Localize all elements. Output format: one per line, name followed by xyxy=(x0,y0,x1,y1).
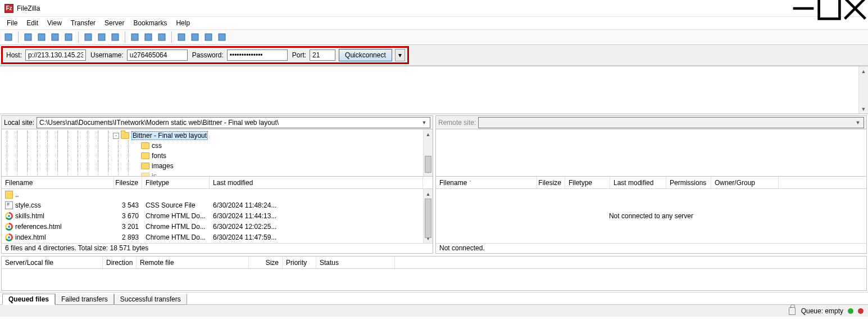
column-header[interactable]: Filetype xyxy=(142,177,210,188)
search-icon[interactable] xyxy=(189,31,201,43)
file-size: 3 670 xyxy=(114,212,142,220)
toggle-queue-icon[interactable] xyxy=(62,31,75,43)
remote-site-label: Remote site: xyxy=(438,119,476,127)
cancel-icon[interactable] xyxy=(109,31,121,43)
window-title: FileZilla xyxy=(17,4,40,12)
tree-item-label: fonts xyxy=(152,152,166,160)
file-row[interactable]: references.html3 201Chrome HTML Do...6/3… xyxy=(2,221,423,232)
column-header[interactable]: Filetype xyxy=(565,177,610,188)
sync-browse-icon[interactable] xyxy=(202,31,215,43)
menu-server[interactable]: Server xyxy=(100,18,129,28)
column-header[interactable]: Direction xyxy=(103,256,137,268)
menu-edit[interactable]: Edit xyxy=(22,18,43,28)
site-manager-icon[interactable] xyxy=(2,31,15,43)
tree-item[interactable]: images xyxy=(2,161,423,171)
tree-item[interactable]: css xyxy=(2,141,423,151)
column-header[interactable]: Server/Local file xyxy=(2,256,103,268)
local-site-bar: Local site: C:\Users\nat\Documents\ITnet… xyxy=(2,116,433,129)
quickconnect-dropdown[interactable]: ▾ xyxy=(395,49,405,61)
filter-icon[interactable] xyxy=(156,31,168,43)
menu-bookmarks[interactable]: Bookmarks xyxy=(129,18,171,28)
menu-transfer[interactable]: Transfer xyxy=(66,18,100,28)
local-list-rows[interactable]: ..style.css3 543CSS Source File6/30/2024… xyxy=(2,189,423,243)
tree-item[interactable]: fonts xyxy=(2,151,423,161)
column-header[interactable]: Remote file xyxy=(137,256,249,268)
browser-panes: Local site: C:\Users\nat\Documents\ITnet… xyxy=(0,114,868,255)
remote-tree[interactable] xyxy=(436,129,866,176)
queue-body[interactable] xyxy=(2,269,866,290)
column-header[interactable]: Size xyxy=(249,256,283,268)
file-row[interactable]: contact.html2 763Chrome HTML Do...6/30/2… xyxy=(2,242,423,243)
username-label: Username: xyxy=(90,51,124,59)
activity-led-red-icon xyxy=(858,308,864,314)
disconnect-icon[interactable] xyxy=(129,31,141,43)
host-input[interactable] xyxy=(25,50,86,61)
maximize-button[interactable] xyxy=(816,0,842,17)
scroll-up-icon[interactable]: ▲ xyxy=(859,66,868,76)
port-input[interactable] xyxy=(310,50,335,61)
column-header[interactable]: Permissions xyxy=(666,177,711,188)
refresh-icon[interactable] xyxy=(82,31,94,43)
quickconnect-button[interactable]: Quickconnect xyxy=(339,49,392,61)
find-icon[interactable] xyxy=(216,31,228,43)
column-header[interactable]: Filesize xyxy=(114,177,142,188)
local-status-line: 6 files and 4 directories. Total size: 1… xyxy=(2,243,433,253)
message-log-content[interactable] xyxy=(0,66,858,114)
tree-item[interactable]: is xyxy=(2,171,423,176)
column-header[interactable]: Filesize xyxy=(537,177,565,188)
column-header[interactable]: Filename xyxy=(2,177,114,188)
menu-bar: FileEditViewTransferServerBookmarksHelp xyxy=(0,17,868,29)
queue-tab[interactable]: Queued files xyxy=(2,294,55,305)
scroll-down-icon[interactable]: ▼ xyxy=(859,104,868,114)
local-panel: Local site: C:\Users\nat\Documents\ITnet… xyxy=(1,115,433,254)
column-header[interactable]: Status xyxy=(316,256,395,268)
column-header[interactable]: Last modified xyxy=(610,177,666,188)
local-tree-scrollbar[interactable]: ▲ ▼ xyxy=(423,129,433,176)
username-input[interactable] xyxy=(127,50,188,61)
svg-rect-5 xyxy=(25,34,31,40)
minimize-button[interactable] xyxy=(790,0,816,17)
column-header[interactable]: Last modified xyxy=(210,177,423,188)
tree-item-label: Bittner - Final web layout xyxy=(131,131,208,140)
folder-icon xyxy=(121,132,129,139)
svg-rect-13 xyxy=(145,34,152,40)
local-tree[interactable]: -Bittner - Final web layoutcssfontsimage… xyxy=(2,129,423,176)
menu-view[interactable]: View xyxy=(43,18,66,28)
column-header-label: Filename xyxy=(5,179,33,187)
toggle-remote-tree-icon[interactable] xyxy=(49,31,61,43)
queue-tab[interactable]: Successful transfers xyxy=(114,294,187,305)
process-queue-icon[interactable] xyxy=(96,31,108,43)
column-header[interactable]: Priority xyxy=(283,256,316,268)
log-scrollbar[interactable]: ▲ ▼ xyxy=(858,66,868,114)
chevron-down-icon[interactable]: ▼ xyxy=(853,120,862,125)
tree-item[interactable]: -Bittner - Final web layout xyxy=(2,130,423,141)
column-header[interactable]: Filename˄ xyxy=(436,177,537,188)
file-type: CSS Source File xyxy=(142,201,210,209)
queue-tab[interactable]: Failed transfers xyxy=(55,294,114,305)
menu-file[interactable]: File xyxy=(2,18,22,28)
column-header[interactable]: Owner/Group xyxy=(711,177,779,188)
local-list-scrollbar[interactable]: ▲ ▼ xyxy=(423,189,433,243)
file-row[interactable]: .. xyxy=(2,189,423,200)
file-row[interactable]: index.html2 893Chrome HTML Do...6/30/202… xyxy=(2,232,423,242)
file-row[interactable]: style.css3 543CSS Source File6/30/2024 1… xyxy=(2,200,423,210)
sort-indicator-icon: ˄ xyxy=(469,180,471,185)
reconnect-icon[interactable] xyxy=(142,31,154,43)
tree-expander-icon[interactable]: - xyxy=(113,133,119,139)
toggle-local-tree-icon[interactable] xyxy=(35,31,48,43)
password-input[interactable] xyxy=(227,50,288,61)
toggle-log-icon[interactable] xyxy=(22,31,34,43)
svg-rect-9 xyxy=(85,34,92,40)
local-path-combo[interactable]: C:\Users\nat\Documents\ITnetwork\Modern … xyxy=(37,117,430,128)
close-button[interactable] xyxy=(842,0,868,17)
svg-rect-1 xyxy=(819,0,840,19)
file-row[interactable]: skills.html3 670Chrome HTML Do...6/30/20… xyxy=(2,210,423,221)
chevron-down-icon[interactable]: ▼ xyxy=(420,120,429,125)
column-header-label: Size xyxy=(266,259,279,267)
file-type-icon xyxy=(5,223,13,231)
remote-path-combo[interactable]: ▼ xyxy=(478,117,864,128)
compare-icon[interactable] xyxy=(175,31,188,43)
menu-help[interactable]: Help xyxy=(171,18,194,28)
column-header-label: Filename xyxy=(439,179,467,187)
local-tree-area: -Bittner - Final web layoutcssfontsimage… xyxy=(2,129,433,177)
